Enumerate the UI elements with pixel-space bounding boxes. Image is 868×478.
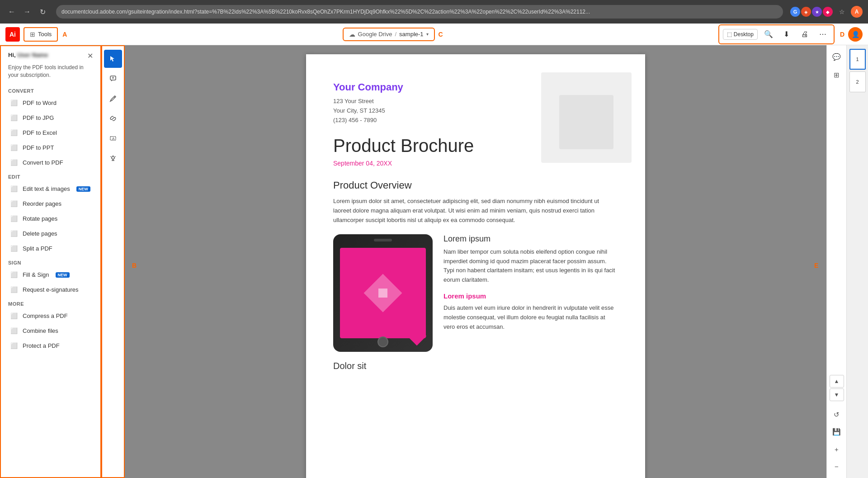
sidebar-item-split-pdf[interactable]: ⬜ Split a PDF (3, 241, 99, 256)
doc-last-title: Dolor sit (333, 361, 618, 371)
zoom-in-button[interactable]: + (829, 441, 845, 457)
request-esig-label: Request e-signatures (23, 286, 79, 293)
section-label-sign: SIGN (1, 256, 100, 267)
breadcrumb-container[interactable]: ☁ Google Drive / sample-1 ▾ (343, 28, 435, 41)
sidebar-item-delete-pages[interactable]: ⬜ Delete pages (3, 227, 99, 241)
sidebar-item-pdf-to-jpg[interactable]: ⬜ PDF to JPG (3, 111, 99, 125)
user-avatar[interactable]: 👤 (848, 27, 863, 42)
app-header: Ai ⊞ Tools A ☁ Google Drive / sample-1 ▾… (0, 24, 868, 45)
right-sidebar: 💬 ⊞ E ▲ ▼ ↺ 💾 + − (826, 45, 846, 478)
toolbar-panel: A B (101, 45, 125, 478)
svg-line-12 (115, 156, 116, 157)
doc-sub-title1: Lorem ipsum (443, 234, 618, 244)
deco-shape-2 (559, 95, 613, 149)
sidebar-item-convert-to-pdf[interactable]: ⬜ Convert to PDF (3, 156, 99, 170)
refresh-button[interactable]: ↻ (36, 5, 49, 18)
more-button[interactable]: ⋯ (816, 27, 830, 42)
toolbar-draw-button[interactable] (104, 90, 122, 108)
scroll-up-button[interactable]: ▲ (830, 375, 844, 388)
address-bar[interactable]: documentcloud.adobe.com/gsuiteintegratio… (56, 5, 783, 19)
download-button[interactable]: ⬇ (779, 27, 794, 42)
section-label-edit: EDIT (1, 170, 100, 181)
sidebar-item-rotate-pages[interactable]: ⬜ Rotate pages (3, 212, 99, 226)
svg-line-3 (114, 97, 115, 98)
tools-label: Tools (38, 31, 52, 38)
adobe-logo[interactable]: Ai (5, 27, 20, 42)
select-cursor-icon (109, 55, 117, 62)
sidebar-item-pdf-to-word[interactable]: ⬜ PDF to Word (3, 96, 99, 110)
rotate-pages-icon: ⬜ (10, 215, 18, 223)
label-d: D (840, 31, 844, 38)
combine-files-label: Combine files (23, 327, 58, 334)
profile-avatar[interactable]: A (851, 6, 863, 18)
sidebar-close-button[interactable]: ✕ (87, 52, 93, 60)
main-layout: Hi, User Name ✕ Enjoy the PDF tools incl… (0, 45, 868, 478)
browser-nav: ← → ↻ (5, 5, 49, 18)
toolbar-stamp-button[interactable] (104, 149, 122, 167)
zoom-out-button[interactable]: − (829, 458, 845, 474)
star-button[interactable]: ☆ (835, 5, 848, 18)
sidebar-item-protect-pdf[interactable]: ⬜ Protect a PDF (3, 339, 99, 353)
ext-icon-4[interactable]: ◆ (823, 7, 833, 17)
doc-sub-link: Lorem ipsum (443, 292, 618, 300)
ext-icon-3[interactable]: ★ (812, 7, 822, 17)
sidebar-item-combine-files[interactable]: ⬜ Combine files (3, 324, 99, 338)
delete-pages-label: Delete pages (23, 230, 57, 237)
zoom-reset-button[interactable]: ↺ (829, 407, 845, 423)
browser-chrome: ← → ↻ documentcloud.adobe.com/gsuiteinte… (0, 0, 868, 24)
ext-icon-2[interactable]: ◈ (801, 7, 811, 17)
section-label-convert: CONVERT (1, 85, 100, 95)
breadcrumb-separator: / (395, 31, 396, 38)
sidebar-item-reorder-pages[interactable]: ⬜ Reorder pages (3, 197, 99, 211)
desktop-button[interactable]: ⬚ Desktop (723, 29, 758, 40)
search-button[interactable]: 🔍 (761, 27, 776, 42)
url-text: documentcloud.adobe.com/gsuiteintegratio… (61, 9, 590, 15)
sidebar-item-request-esig[interactable]: ⬜ Request e-signatures (3, 283, 99, 297)
header-center: ☁ Google Drive / sample-1 ▾ C (71, 28, 714, 41)
sidebar-item-pdf-to-ppt[interactable]: ⬜ PDF to PPT (3, 141, 99, 155)
sidebar-item-pdf-to-excel[interactable]: ⬜ PDF to Excel (3, 126, 99, 140)
toolbar-select-button[interactable] (104, 50, 122, 68)
scroll-down-button[interactable]: ▼ (830, 388, 844, 401)
pdf-to-jpg-label: PDF to JPG (23, 114, 54, 121)
print-button[interactable]: 🖨 (797, 27, 812, 42)
convert-to-pdf-icon: ⬜ (10, 159, 18, 167)
toolbar-link-button[interactable] (104, 109, 122, 128)
label-c: C (439, 31, 443, 38)
breadcrumb-dropdown-icon[interactable]: ▾ (426, 32, 429, 37)
pdf-to-word-label: PDF to Word (23, 99, 57, 106)
forward-button[interactable]: → (21, 5, 33, 18)
doc-sub-body1: Nam liber tempor cum soluta nobis eleife… (443, 247, 618, 285)
label-b: B (132, 262, 137, 269)
left-sidebar: Hi, User Name ✕ Enjoy the PDF tools incl… (0, 45, 101, 478)
compress-pdf-icon: ⬜ (10, 312, 18, 320)
page-thumb-1[interactable]: 1 (849, 49, 866, 70)
document-area[interactable]: Your Company 123 Your Street Your City, … (125, 45, 826, 478)
toolbar-comment-button[interactable] (104, 70, 122, 88)
page-thumb-2[interactable]: 2 (849, 71, 866, 92)
sidebar-item-fill-sign[interactable]: ⬜ Fill & Sign NEW (3, 268, 99, 282)
reorder-pages-icon: ⬜ (10, 200, 18, 208)
svg-line-11 (110, 156, 111, 157)
sidebar-item-compress-pdf[interactable]: ⬜ Compress a PDF (3, 309, 99, 323)
comment-panel-button[interactable]: 💬 (829, 49, 845, 65)
tools-button[interactable]: ⊞ Tools (24, 27, 58, 42)
ext-icon-1[interactable]: G (790, 7, 800, 17)
pdf-to-jpg-icon: ⬜ (10, 114, 18, 122)
toolbar-textbox-button[interactable]: A (104, 129, 122, 147)
label-e: E (814, 262, 818, 269)
sidebar-item-edit-text-images[interactable]: ⬜ Edit text & images NEW (3, 182, 99, 196)
desktop-icon: ⬚ (727, 31, 732, 38)
phone-screen (340, 248, 426, 338)
protect-pdf-label: Protect a PDF (23, 342, 60, 349)
grid-view-button[interactable]: ⊞ (829, 67, 845, 83)
textbox-icon: A (109, 135, 117, 142)
rotate-pages-label: Rotate pages (23, 215, 57, 222)
extension-icons: G ◈ ★ ◆ (790, 7, 833, 17)
save-button[interactable]: 💾 (829, 424, 845, 440)
doc-overview-title: Product Overview (333, 180, 618, 191)
delete-pages-icon: ⬜ (10, 230, 18, 238)
back-button[interactable]: ← (5, 5, 18, 18)
pdf-to-excel-icon: ⬜ (10, 129, 18, 137)
link-chain-icon (109, 115, 117, 122)
